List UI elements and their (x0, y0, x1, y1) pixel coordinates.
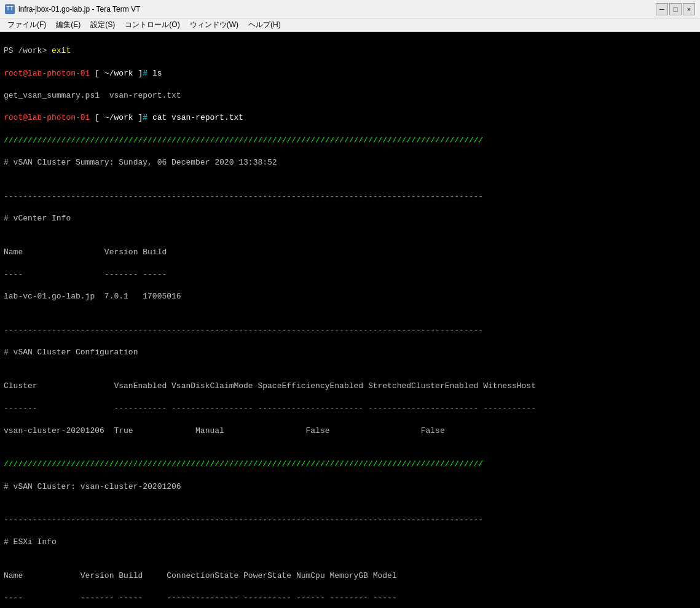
terminal-line: ----------------------------------------… (4, 191, 696, 202)
terminal-line: Name Version Build ConnectionState Power… (4, 571, 696, 582)
menu-help[interactable]: ヘルプ(H) (243, 18, 286, 31)
maximize-button[interactable]: □ (669, 3, 682, 15)
terminal-line: root@lab-photon-01 [ ~/work ]# cat vsan-… (4, 112, 696, 123)
terminal-line: get_vsan_summary.ps1 vsan-report.txt (4, 90, 696, 101)
terminal-text: ----------------------------------------… (4, 325, 483, 335)
terminal-text: ////////////////////////////////////////… (4, 136, 483, 145)
window-controls: ─ □ × (656, 3, 695, 15)
terminal-text: [ ~/work ] (90, 113, 143, 122)
terminal-prompt: root@lab-photon-01 (4, 69, 90, 78)
title-bar-left: TT infra-jbox-01.go-lab.jp - Tera Term V… (5, 4, 140, 14)
terminal-line: ----------------------------------------… (4, 515, 696, 526)
menu-bar: ファイル(F) 編集(E) 設定(S) コントロール(O) ウィンドウ(W) ヘ… (0, 18, 700, 32)
close-button[interactable]: × (683, 3, 695, 15)
window-frame: TT infra-jbox-01.go-lab.jp - Tera Term V… (0, 0, 700, 608)
terminal-text: # vSAN Cluster Summary: Sunday, 06 Decem… (4, 158, 277, 167)
terminal-line: ////////////////////////////////////////… (4, 135, 696, 146)
terminal-line: ------- ----------- ----------------- --… (4, 403, 696, 414)
terminal-text: lab-vc-01.go-lab.jp 7.0.1 17005016 (4, 292, 181, 301)
terminal-line: # vSAN Cluster Configuration (4, 347, 696, 358)
terminal-text: ////////////////////////////////////////… (4, 459, 483, 469)
terminal-line: lab-vc-01.go-lab.jp 7.0.1 17005016 (4, 291, 696, 302)
terminal-text: get_vsan_summary.ps1 vsan-report.txt (4, 91, 181, 100)
terminal-cmd: exit (52, 46, 71, 55)
terminal-cmd: ls (152, 69, 162, 78)
terminal-line: # ESXi Info (4, 537, 696, 548)
terminal-text: [ ~/work ] (90, 69, 143, 78)
terminal-line: vsan-cluster-20201206 True Manual False … (4, 426, 696, 437)
terminal-line: Name Version Build (4, 247, 696, 258)
terminal-text: ---- ------- ----- --------------- -----… (4, 593, 397, 602)
terminal-prompt: root@lab-photon-01 (4, 113, 90, 122)
terminal-line: root@lab-photon-01 [ ~/work ]# ls (4, 68, 696, 79)
terminal-text: ---- ------- ----- (4, 270, 167, 279)
terminal-text: Cluster VsanEnabled VsanDiskClaimMode Sp… (4, 381, 536, 391)
terminal-area[interactable]: PS /work> exit root@lab-photon-01 [ ~/wo… (0, 32, 700, 608)
terminal-line: ---- ------- ----- (4, 269, 696, 280)
menu-control[interactable]: コントロール(O) (120, 18, 184, 31)
title-bar: TT infra-jbox-01.go-lab.jp - Tera Term V… (0, 0, 700, 18)
terminal-cmd: cat vsan-report.txt (152, 113, 243, 122)
terminal-text: Name Version Build (4, 247, 167, 257)
menu-window[interactable]: ウィンドウ(W) (185, 18, 243, 31)
terminal-line: ---- ------- ----- --------------- -----… (4, 593, 696, 604)
menu-settings[interactable]: 設定(S) (85, 18, 120, 31)
terminal-line: # vSAN Cluster: vsan-cluster-20201206 (4, 481, 696, 493)
window-title: infra-jbox-01.go-lab.jp - Tera Term VT (18, 5, 140, 14)
terminal-text: # vSAN Cluster: vsan-cluster-20201206 (4, 482, 181, 491)
terminal-line: PS /work> exit (4, 45, 696, 57)
terminal-text: # (143, 69, 152, 78)
terminal-text: Name Version Build ConnectionState Power… (4, 571, 397, 580)
terminal-line: ////////////////////////////////////////… (4, 459, 696, 470)
terminal-text: # vSAN Cluster Configuration (4, 348, 138, 357)
minimize-button[interactable]: ─ (656, 3, 668, 15)
terminal-line: Cluster VsanEnabled VsanDiskClaimMode Sp… (4, 381, 696, 392)
terminal-text: PS /work> (4, 46, 52, 55)
app-icon: TT (5, 4, 15, 14)
terminal-text: # ESXi Info (4, 537, 57, 547)
terminal-text: ------- ----------- ----------------- --… (4, 403, 536, 413)
terminal-line: # vCenter Info (4, 213, 696, 224)
terminal-text: ----------------------------------------… (4, 515, 483, 524)
terminal-line: ----------------------------------------… (4, 325, 696, 336)
menu-edit[interactable]: 編集(E) (51, 18, 85, 31)
terminal-line: # vSAN Cluster Summary: Sunday, 06 Decem… (4, 157, 696, 168)
terminal-text: # vCenter Info (4, 214, 71, 223)
menu-file[interactable]: ファイル(F) (2, 18, 51, 31)
terminal-text: vsan-cluster-20201206 True Manual False … (4, 426, 445, 435)
terminal-text: # (143, 113, 152, 122)
terminal-text: ----------------------------------------… (4, 192, 483, 201)
